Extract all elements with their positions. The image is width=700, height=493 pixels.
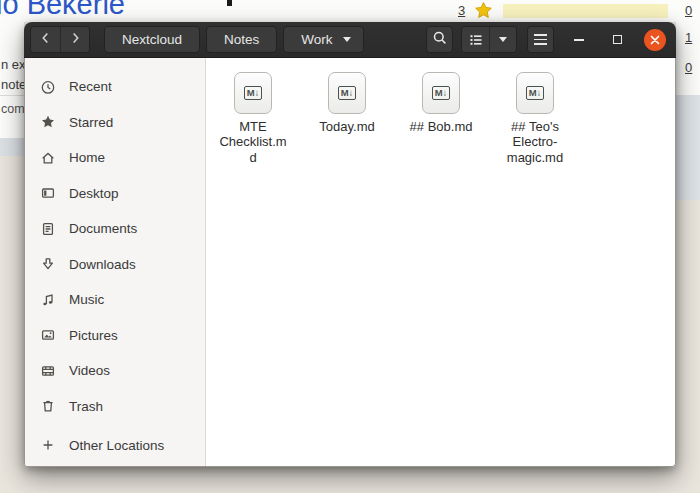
- file-item[interactable]: M↓ MTE Checklist.md: [206, 70, 300, 165]
- home-icon: [40, 150, 56, 166]
- picture-icon: [40, 327, 56, 343]
- markdown-badge: M↓: [526, 86, 545, 100]
- sidebar-item-label: Recent: [69, 79, 112, 94]
- sidebar-item-videos[interactable]: Videos: [25, 353, 205, 389]
- desktop-icon: [40, 185, 56, 201]
- search-button[interactable]: [426, 26, 453, 53]
- sidebar-item-other-locations[interactable]: Other Locations: [25, 424, 205, 466]
- document-icon: [40, 221, 56, 237]
- background-section-block: [676, 95, 700, 200]
- maximize-button[interactable]: [605, 28, 629, 52]
- background-section-bar: [0, 138, 24, 156]
- breadcrumb: Nextcloud Notes Work: [104, 26, 364, 53]
- minimize-icon: [574, 39, 584, 41]
- background-page-top-strip: io Bekerle 3 0: [0, 0, 700, 22]
- sidebar-item-label: Downloads: [69, 257, 136, 272]
- list-view-icon: [468, 32, 484, 48]
- background-number-link[interactable]: 1: [685, 31, 692, 44]
- sidebar-item-documents[interactable]: Documents: [25, 211, 205, 247]
- background-highlight-bar: [503, 4, 668, 18]
- minimize-button[interactable]: [567, 28, 591, 52]
- sidebar-item-music[interactable]: Music: [25, 282, 205, 318]
- markdown-file-icon: M↓: [516, 72, 554, 114]
- music-note-icon: [40, 292, 56, 308]
- titlebar: Nextcloud Notes Work: [24, 22, 676, 58]
- close-icon: [644, 29, 666, 51]
- star-icon: [474, 1, 493, 20]
- video-icon: [40, 363, 56, 379]
- file-item[interactable]: M↓ ## Teo's Electro-magic.md: [488, 70, 582, 165]
- maximize-icon: [613, 35, 622, 44]
- back-button[interactable]: [31, 27, 60, 52]
- file-item[interactable]: M↓ ## Bob.md: [394, 70, 488, 165]
- file-name: ## Teo's Electro-magic.md: [498, 119, 572, 165]
- breadcrumb-label: Work: [301, 32, 332, 47]
- sidebar-item-label: Starred: [69, 115, 113, 130]
- view-mode-split-button: [461, 26, 517, 53]
- markdown-file-icon: M↓: [234, 72, 272, 114]
- sidebar-item-label: Desktop: [69, 186, 119, 201]
- window-controls: [567, 28, 667, 52]
- file-grid: M↓ MTE Checklist.md M↓ Today.md M↓ ## Bo…: [206, 58, 675, 466]
- view-options-dropdown-button[interactable]: [489, 27, 516, 52]
- background-page-right-strip: 1 0: [676, 22, 700, 95]
- file-name: Today.md: [319, 119, 374, 134]
- recent-icon: [40, 79, 56, 95]
- forward-button[interactable]: [60, 27, 89, 52]
- sidebar-item-label: Videos: [69, 363, 110, 378]
- hamburger-menu-icon: [534, 34, 547, 44]
- background-heading-fragment: io Bekerle: [0, 0, 125, 21]
- background-text-fragment: note: [1, 77, 24, 92]
- sidebar-item-label: Home: [69, 150, 105, 165]
- breadcrumb-label: Nextcloud: [122, 32, 182, 47]
- markdown-badge: M↓: [338, 86, 357, 100]
- plus-icon: [40, 437, 56, 453]
- sidebar-item-label: Documents: [69, 221, 137, 236]
- sidebar-item-label: Pictures: [69, 328, 118, 343]
- sidebar-item-desktop[interactable]: Desktop: [25, 176, 205, 212]
- trash-icon: [40, 398, 56, 414]
- chevron-down-icon: [343, 37, 351, 42]
- file-name: ## Bob.md: [410, 119, 473, 134]
- background-number-link[interactable]: 0: [685, 4, 692, 17]
- background-page-left-strip: n ex note com: [0, 22, 24, 140]
- background-text-fragment: n ex: [1, 57, 24, 72]
- breadcrumb-nextcloud[interactable]: Nextcloud: [104, 26, 200, 53]
- background-divider: [0, 95, 24, 96]
- close-button[interactable]: [643, 28, 667, 52]
- sidebar-item-label: Other Locations: [69, 438, 164, 453]
- star-icon: [40, 114, 56, 130]
- sidebar-item-starred[interactable]: Starred: [25, 105, 205, 141]
- sidebar-item-pictures[interactable]: Pictures: [25, 318, 205, 354]
- sidebar-item-label: Music: [69, 292, 104, 307]
- breadcrumb-label: Notes: [224, 32, 259, 47]
- titlebar-tools: [426, 26, 554, 53]
- sidebar-item-trash[interactable]: Trash: [25, 389, 205, 425]
- markdown-badge: M↓: [244, 86, 263, 100]
- download-icon: [40, 256, 56, 272]
- window-body: Recent Starred Home Desktop: [24, 58, 676, 467]
- background-text-fragment: com: [1, 102, 24, 116]
- background-number-link[interactable]: 0: [685, 61, 692, 74]
- markdown-badge: M↓: [432, 86, 451, 100]
- background-glyph-fragment: [227, 0, 232, 6]
- search-icon: [432, 30, 448, 50]
- sidebar-item-downloads[interactable]: Downloads: [25, 247, 205, 283]
- chevron-right-icon: [67, 30, 83, 50]
- list-view-button[interactable]: [462, 27, 489, 52]
- menu-button[interactable]: [527, 26, 554, 53]
- file-item[interactable]: M↓ Today.md: [300, 70, 394, 165]
- markdown-file-icon: M↓: [422, 72, 460, 114]
- chevron-down-icon: [499, 37, 507, 42]
- chevron-left-icon: [38, 30, 54, 50]
- breadcrumb-notes[interactable]: Notes: [206, 26, 277, 53]
- background-rating-count-link[interactable]: 3: [458, 4, 465, 17]
- file-manager-window: Nextcloud Notes Work: [24, 22, 676, 467]
- file-name: MTE Checklist.md: [216, 119, 290, 165]
- breadcrumb-work-current[interactable]: Work: [283, 26, 363, 53]
- markdown-file-icon: M↓: [328, 72, 366, 114]
- history-nav-group: [30, 26, 90, 53]
- places-sidebar: Recent Starred Home Desktop: [25, 58, 206, 466]
- sidebar-item-recent[interactable]: Recent: [25, 69, 205, 105]
- sidebar-item-home[interactable]: Home: [25, 140, 205, 176]
